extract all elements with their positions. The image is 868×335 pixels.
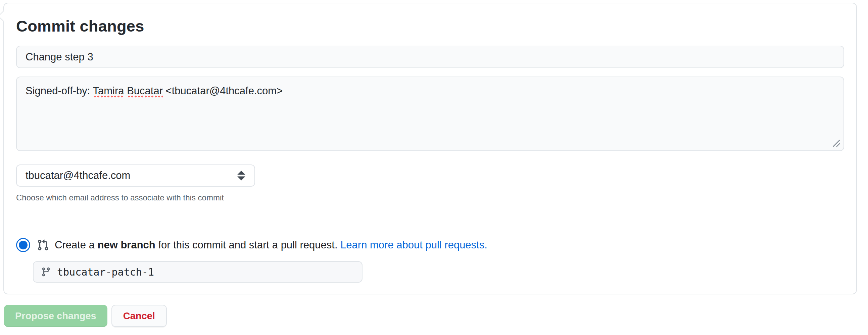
new-branch-radio[interactable] [17,239,29,251]
commit-changes-panel: Commit changes Signed-off-by: Tamira Buc… [3,3,857,294]
learn-more-link[interactable]: Learn more about pull requests. [340,239,487,251]
commit-title-input[interactable] [16,45,844,68]
page-title: Commit changes [16,17,844,36]
git-pull-request-icon [37,239,49,251]
email-help-text: Choose which email address to associate … [16,193,844,203]
email-select[interactable]: tbucatar@4thcafe.com [16,164,255,187]
new-branch-option-row: Create a new branch for this commit and … [16,238,844,252]
cancel-button[interactable]: Cancel [112,305,167,327]
git-branch-icon [41,267,51,277]
commit-description-input[interactable]: Signed-off-by: Tamira Bucatar <tbucatar@… [16,77,844,151]
branch-name-field[interactable] [33,261,363,283]
commit-description-text: Signed-off-by: Tamira Bucatar <tbucatar@… [26,85,283,98]
resize-grip-icon[interactable] [831,138,841,148]
form-actions: Propose changes Cancel [4,305,868,327]
email-select-value: tbucatar@4thcafe.com [26,170,130,182]
new-branch-label: Create a new branch for this commit and … [55,238,487,252]
panel-left-caret-icon [0,10,9,22]
select-caret-icon [237,171,246,181]
branch-name-input[interactable] [57,266,354,278]
propose-changes-button[interactable]: Propose changes [4,305,107,327]
